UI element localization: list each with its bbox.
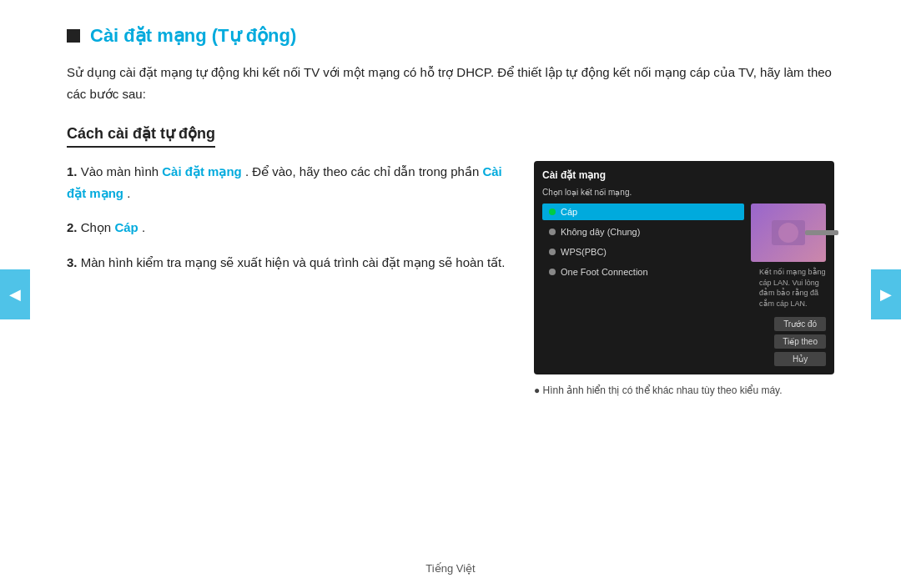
step-2-link1[interactable]: Cáp [114,220,138,234]
step-1: 1. Vào màn hình Cài đặt mạng . Để vào, h… [67,161,509,204]
step-2: 2. Chọn Cáp . [67,217,509,239]
main-title-text: Cài đặt mạng (Tự động) [90,25,296,47]
btn-back[interactable]: Trước đó [774,317,826,331]
step-1-text-after: . [127,186,130,200]
section-heading: Cách cài đặt tự động [67,124,215,148]
side-note: Hình ảnh hiển thị có thể khác nhau tùy t… [534,383,834,398]
step-2-text-after: . [142,220,145,234]
ui-screenshot: Cài đặt mạng Chọn loại kết nối mạng. Cáp… [534,161,834,374]
screenshot-inner: Cáp Không dây (Chung) WPS(PBC) One [542,204,826,366]
menu-item-cap[interactable]: Cáp [542,204,744,220]
cable-connector [805,230,838,235]
title-square-icon [67,29,80,43]
menu-item-cap-label: Cáp [561,207,577,217]
dot-onefoot [549,269,556,275]
ui-panel-column: Cài đặt mạng Chọn loại kết nối mạng. Cáp… [534,161,834,398]
step-3-text: Màn hình kiểm tra mạng sẽ xuất hiện và q… [81,255,506,269]
connection-description: Kết nối mạng bằng cáp LAN. Vui lòng đảm … [759,267,826,309]
steps-column: 1. Vào màn hình Cài đặt mạng . Để vào, h… [67,161,509,286]
step-3-number: 3. [67,255,78,269]
menu-item-wireless-label: Không dây (Chung) [561,227,640,237]
step-1-text-mid: . Để vào, hãy theo các chỉ dẫn trong phầ… [245,164,483,178]
step-3: 3. Màn hình kiểm tra mạng sẽ xuất hiện v… [67,252,509,274]
svg-point-1 [778,223,798,243]
intro-paragraph: Sử dụng cài đặt mạng tự động khi kết nối… [67,62,834,104]
step-1-number: 1. [67,164,78,178]
main-title-container: Cài đặt mạng (Tự động) [67,25,834,47]
btn-cancel[interactable]: Hủy [774,352,826,366]
dot-cap [549,209,556,215]
menu-item-wps[interactable]: WPS(PBC) [542,244,744,260]
footer-language: Tiếng Việt [0,562,901,575]
dot-wps [549,249,556,255]
content-area: 1. Vào màn hình Cài đặt mạng . Để vào, h… [67,161,834,398]
btn-next[interactable]: Tiếp theo [774,334,826,349]
step-1-text-before: Vào màn hình [81,164,163,178]
menu-list: Cáp Không dây (Chung) WPS(PBC) One [542,204,744,366]
dot-wireless [549,229,556,235]
network-image [751,204,826,262]
menu-item-onefoot-label: One Foot Connection [561,267,648,277]
menu-item-wireless[interactable]: Không dây (Chung) [542,224,744,240]
menu-item-wps-label: WPS(PBC) [561,247,607,257]
step-1-link1[interactable]: Cài đặt mạng [162,164,242,178]
step-2-number: 2. [67,220,78,234]
panel-subtitle: Chọn loại kết nối mạng. [542,188,826,197]
button-group: Trước đó Tiếp theo Hủy [774,317,826,366]
panel-title: Cài đặt mạng [542,169,826,181]
menu-item-onefoot[interactable]: One Foot Connection [542,264,744,280]
step-2-text-before: Chọn [81,220,115,234]
